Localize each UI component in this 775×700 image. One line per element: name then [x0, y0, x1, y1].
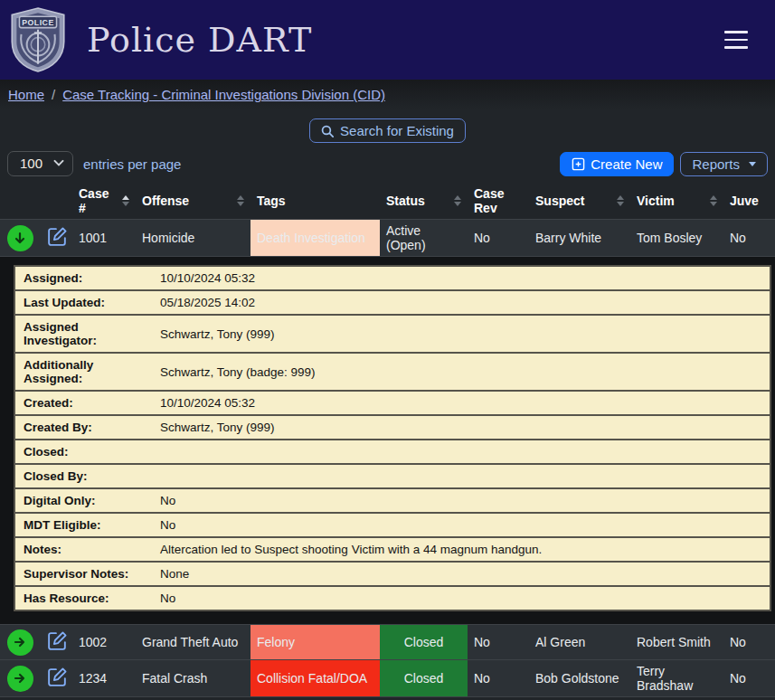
tag-cell: Collision Fatal/DOA: [250, 660, 380, 697]
victim-cell: Robert Smith: [630, 625, 723, 660]
case-detail-value: Schwartz, Tony (badge: 999): [152, 353, 770, 391]
case-detail-row: Additionally Assigned:Schwartz, Tony (ba…: [14, 353, 770, 391]
case-row-1002: 1002 Grand Theft Auto Felony Closed No A…: [0, 625, 775, 660]
case-detail-value: No: [152, 586, 770, 610]
column-header-offense[interactable]: Offense: [136, 183, 250, 220]
case-detail-row: Digital Only:No: [14, 488, 770, 513]
column-header-victim[interactable]: Victim: [630, 183, 723, 220]
police-badge-logo: POLICE: [7, 6, 69, 73]
case-detail-value: Schwartz, Tony (999): [152, 315, 770, 353]
column-header-status[interactable]: Status: [380, 183, 468, 220]
case-detail-label: Created By:: [14, 415, 152, 440]
case-detail-row: Closed By:: [14, 464, 770, 488]
case-detail-label: Digital Only:: [14, 488, 152, 513]
pencil-square-icon: [46, 677, 69, 691]
create-new-button[interactable]: Create New: [560, 152, 674, 176]
pencil-square-icon: [46, 641, 69, 655]
expand-row-button[interactable]: [7, 629, 33, 656]
sort-icon: [710, 195, 717, 206]
case-detail-label: Last Updated:: [14, 290, 152, 315]
case-detail-value: No: [152, 513, 770, 537]
column-header-suspect[interactable]: Suspect: [529, 183, 630, 220]
edit-column-header: [40, 183, 72, 220]
arrow-right-icon: [13, 635, 27, 649]
cases-table: Case # Offense Tags Status Case Rev Susp…: [0, 183, 775, 697]
breadcrumb-current-link[interactable]: Case Tracking - Criminal Investigations …: [62, 87, 385, 102]
offense-cell: Fatal Crash: [136, 660, 250, 697]
caret-down-icon: [749, 162, 756, 166]
juve-cell: No: [723, 220, 775, 257]
hamburger-menu-icon[interactable]: [721, 27, 751, 52]
column-header-juve: Juve: [723, 183, 775, 220]
column-header-case-rev: Case Rev: [468, 183, 529, 220]
case-detail-label: Notes:: [14, 537, 152, 562]
tag-cell: Felony: [250, 625, 380, 660]
case-rev-cell: No: [468, 220, 529, 257]
case-row-1234: 1234 Fatal Crash Collision Fatal/DOA Clo…: [0, 660, 775, 697]
case-detail-label: MDT Eligible:: [14, 513, 152, 537]
case-detail-value: Schwartz, Tony (999): [152, 415, 770, 440]
svg-text:POLICE: POLICE: [22, 18, 54, 27]
victim-cell: Terry Bradshaw: [630, 660, 723, 697]
case-detail-row: Has Resource:No: [14, 586, 770, 610]
search-row: Search for Existing: [0, 109, 775, 143]
expand-column-header: [0, 183, 40, 220]
edit-case-button[interactable]: [46, 666, 69, 691]
status-cell: Active (Open): [380, 220, 468, 257]
case-number-cell: 1234: [72, 660, 136, 697]
offense-cell: Homicide: [136, 220, 250, 257]
suspect-cell: Bob Goldstone: [529, 660, 630, 697]
entries-per-page-select[interactable]: 100: [7, 151, 73, 176]
case-detail-value: 05/18/2025 14:02: [152, 290, 770, 315]
case-number-cell: 1001: [72, 220, 136, 257]
reports-dropdown-button[interactable]: Reports: [680, 152, 768, 176]
app-header: POLICE Police DART: [0, 0, 775, 80]
sort-icon: [237, 195, 244, 206]
search-existing-label: Search for Existing: [340, 123, 454, 138]
case-detail-row: MDT Eligible:No: [14, 513, 770, 537]
expand-row-button[interactable]: [7, 666, 33, 692]
victim-cell: Tom Bosley: [630, 220, 723, 257]
breadcrumb-home-link[interactable]: Home: [8, 87, 44, 102]
tag-cell: Death Investigation: [250, 220, 380, 257]
case-row-1001: 1001 Homicide Death Investigation Active…: [0, 220, 775, 257]
case-details-table: Assigned:10/10/2024 05:32Last Updated:05…: [14, 265, 771, 611]
case-details-panel: Assigned:10/10/2024 05:32Last Updated:05…: [0, 257, 775, 625]
case-detail-value: [152, 440, 770, 464]
case-rev-cell: No: [468, 625, 529, 660]
edit-case-button[interactable]: [46, 629, 69, 655]
sort-icon: [617, 195, 624, 206]
case-detail-label: Supervisor Notes:: [14, 562, 152, 586]
column-header-case[interactable]: Case #: [72, 183, 136, 220]
case-detail-row: Supervisor Notes:None: [14, 562, 770, 586]
collapse-row-button[interactable]: [7, 225, 33, 251]
reports-label: Reports: [692, 156, 740, 172]
case-detail-row: Last Updated:05/18/2025 14:02: [14, 290, 770, 315]
juve-cell: No: [723, 660, 775, 697]
case-detail-label: Assigned Investigator:: [14, 315, 152, 353]
edit-case-button[interactable]: [46, 225, 69, 251]
case-number-cell: 1002: [72, 625, 136, 660]
pencil-square-icon: [46, 237, 69, 251]
offense-cell: Grand Theft Auto: [136, 625, 250, 660]
arrow-right-icon: [13, 671, 27, 686]
page-title: Police DART: [87, 20, 312, 60]
case-detail-row: Closed:: [14, 440, 770, 464]
search-existing-button[interactable]: Search for Existing: [309, 118, 466, 143]
entries-per-page-label: entries per page: [83, 156, 181, 172]
status-cell: Closed: [380, 625, 468, 660]
case-detail-value: 10/10/2024 05:32: [152, 391, 770, 415]
case-detail-label: Additionally Assigned:: [14, 353, 152, 391]
create-new-label: Create New: [591, 156, 662, 172]
arrow-down-icon: [13, 231, 27, 245]
case-detail-label: Assigned:: [14, 266, 152, 290]
case-detail-row: Assigned:10/10/2024 05:32: [14, 266, 770, 290]
suspect-cell: Al Green: [529, 625, 630, 660]
status-cell: Closed: [380, 660, 468, 697]
case-detail-value: No: [152, 488, 770, 513]
suspect-cell: Barry White: [529, 220, 630, 257]
case-detail-row: Assigned Investigator:Schwartz, Tony (99…: [14, 315, 770, 353]
case-detail-value: Altercation led to Suspect shooting Vict…: [152, 537, 770, 562]
case-detail-label: Closed:: [14, 440, 152, 464]
breadcrumb-separator: /: [52, 87, 55, 102]
